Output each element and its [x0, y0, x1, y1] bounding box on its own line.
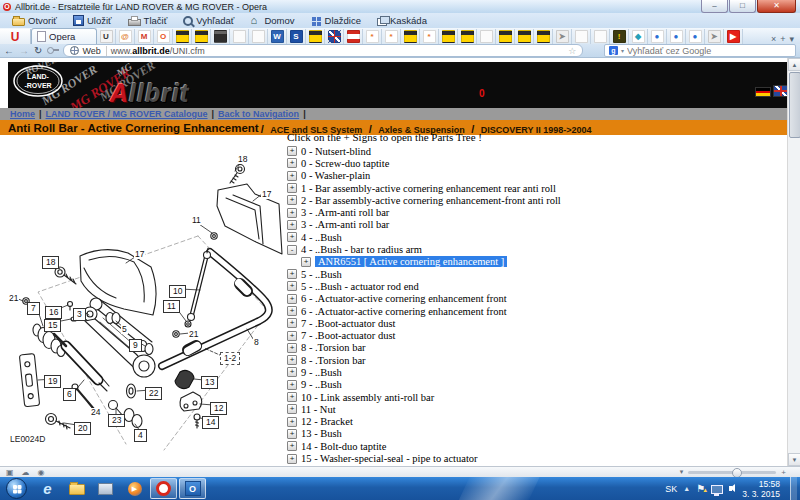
minimize-button[interactable]: –	[701, 0, 728, 13]
tree-item-label[interactable]: 7 - .Boot-actuator dust	[301, 330, 395, 341]
browser-tab[interactable]	[249, 29, 268, 44]
expand-toggle-icon[interactable]: +	[287, 429, 297, 439]
browser-tab[interactable]: M	[135, 29, 154, 44]
expand-toggle-icon[interactable]: +	[287, 269, 297, 279]
zoom-slider[interactable]	[688, 471, 776, 474]
tree-item-label[interactable]: 3 - .Arm-anti roll bar	[301, 219, 389, 230]
tree-item[interactable]: + 6 - .Actuator-active cornering enhance…	[287, 293, 783, 305]
zoom-control[interactable]: ▾ +	[680, 468, 794, 477]
tree-item-label[interactable]: 5 - ..Bush - actuator rod end	[301, 281, 419, 292]
uk-flag-icon[interactable]	[773, 85, 787, 97]
expand-toggle-icon[interactable]: +	[287, 404, 297, 414]
browser-tab[interactable]: S	[287, 29, 306, 44]
start-button[interactable]	[6, 478, 27, 499]
action-center-flag-icon[interactable]: ⚑▲	[696, 484, 705, 494]
scrollbar-thumb[interactable]	[789, 72, 800, 138]
tree-item[interactable]: + 9 - ..Bush	[287, 366, 783, 378]
tree-item[interactable]: + 14 - Bolt-duo taptite	[287, 440, 783, 452]
browser-tab[interactable]	[192, 29, 211, 44]
tree-item-label[interactable]: ANR6551 [ Active cornering enhancement ]	[315, 256, 507, 267]
tree-item[interactable]: + 10 - Link assembly anti-roll bar	[287, 391, 783, 403]
page-scrollbar[interactable]: ▲ ▼	[787, 58, 800, 466]
browser-tab[interactable]	[306, 29, 325, 44]
browser-tab[interactable]: *	[382, 29, 401, 44]
scroll-up-icon[interactable]: ▲	[788, 58, 800, 71]
tree-item[interactable]: + 0 - Nutsert-blind	[287, 145, 783, 157]
tree-item[interactable]: + 5 - ..Bush	[287, 268, 783, 280]
tree-item[interactable]: + 1 - Bar assembly-active cornering enha…	[287, 182, 783, 194]
taskbar-opera-button[interactable]	[150, 478, 177, 499]
tree-item[interactable]: + 15 - Washer-special-seal - pipe to act…	[287, 452, 783, 464]
taskbar-gadget-button[interactable]	[92, 478, 119, 499]
expand-toggle-icon[interactable]: +	[287, 195, 297, 205]
expand-toggle-icon[interactable]: +	[287, 318, 297, 328]
expand-toggle-icon[interactable]: +	[287, 220, 297, 230]
browser-tab[interactable]: ➤	[705, 29, 724, 44]
browser-tab[interactable]: ➤	[553, 29, 572, 44]
search-engine-chevron-icon[interactable]: ▾	[621, 47, 624, 54]
expand-toggle-icon[interactable]: +	[287, 208, 297, 218]
tree-item[interactable]: + 0 - Washer-plain	[287, 170, 783, 182]
browser-tab[interactable]: !	[610, 29, 629, 44]
speaker-icon[interactable]	[729, 486, 732, 491]
close-button[interactable]: ✕	[757, 0, 796, 13]
tree-item[interactable]: + ANR6551 [ Active cornering enhancement…	[287, 256, 783, 268]
tree-item-label[interactable]: 6 - .Actuator-active cornering enhanceme…	[301, 306, 507, 317]
capture-icon[interactable]: ◉	[38, 468, 45, 477]
toolbar-button[interactable]: Vyhľadať	[175, 13, 242, 28]
back-button[interactable]: ←	[4, 46, 14, 56]
nav-link[interactable]: Home	[10, 109, 35, 119]
german-flag-icon[interactable]	[755, 87, 771, 97]
hidden-icons-chevron-icon[interactable]: ▲	[683, 485, 690, 492]
tree-item-label[interactable]: 7 - .Boot-actuator dust	[301, 318, 395, 329]
tree-item-label[interactable]: 0 - Screw-duo taptite	[301, 158, 389, 169]
taskbar-ie-button[interactable]: e	[34, 478, 61, 499]
expand-toggle-icon[interactable]: -	[287, 245, 297, 255]
toolbar-button[interactable]: Uložiť	[65, 13, 120, 28]
taskbar-clock[interactable]: 15:58 3. 3. 2015	[742, 479, 784, 499]
tree-item[interactable]: + 12 - Bracket	[287, 416, 783, 428]
tree-item-label[interactable]: 0 - Nutsert-blind	[301, 146, 371, 157]
show-desktop-button[interactable]	[790, 477, 797, 500]
browser-tab[interactable]	[325, 29, 344, 44]
toolbar-button[interactable]: Dlaždice	[303, 13, 369, 28]
tree-item-label[interactable]: 1 - Bar assembly-active cornering enhanc…	[301, 183, 556, 194]
tree-item-label[interactable]: 0 - Washer-plain	[301, 170, 370, 181]
url-field[interactable]: Web www.allbrit.de/UNI.cfm ☆	[63, 44, 583, 57]
expand-toggle-icon[interactable]: +	[287, 343, 297, 353]
browser-tab[interactable]	[534, 29, 553, 44]
browser-tab[interactable]	[401, 29, 420, 44]
tree-item[interactable]: + 5 - ..Bush - actuator rod end	[287, 280, 783, 292]
tree-item-label[interactable]: 15 - Washer-special-seal - pipe to actua…	[301, 453, 478, 464]
tree-item-label[interactable]: 13 - Bush	[301, 428, 342, 439]
tree-item-label[interactable]: 4 - ..Bush	[301, 232, 342, 243]
nav-link[interactable]: LAND ROVER / MG ROVER Catalogue	[46, 109, 208, 119]
network-icon[interactable]	[711, 485, 723, 494]
toolbar-button[interactable]: Kaskáda	[369, 13, 435, 28]
browser-tab[interactable]	[439, 29, 458, 44]
tree-item-label[interactable]: 14 - Bolt-duo taptite	[301, 441, 386, 452]
scroll-down-icon[interactable]: ▼	[788, 453, 800, 466]
opera-menu-button[interactable]: U	[0, 29, 31, 44]
tree-item-label[interactable]: 6 - .Actuator-active cornering enhanceme…	[301, 293, 507, 304]
browser-tab[interactable]	[572, 29, 591, 44]
browser-tab[interactable]: U	[97, 29, 116, 44]
tree-item[interactable]: + 3 - .Arm-anti roll bar	[287, 206, 783, 218]
expand-toggle-icon[interactable]: +	[287, 355, 297, 365]
tree-item-label[interactable]: 8 - .Torsion bar	[301, 342, 366, 353]
new-tab-icon[interactable]: +	[780, 34, 785, 44]
taskbar-explorer-button[interactable]	[63, 478, 90, 499]
tree-item[interactable]: + 2 - Bar assembly-active cornering enha…	[287, 194, 783, 206]
tree-item-label[interactable]: 12 - Bracket	[301, 416, 353, 427]
browser-tab[interactable]: ◆	[629, 29, 648, 44]
tree-item-label[interactable]: 9 - ..Bush	[301, 367, 342, 378]
tree-item[interactable]: + 7 - .Boot-actuator dust	[287, 329, 783, 341]
tree-item[interactable]: + 0 - Screw-duo taptite	[287, 157, 783, 169]
expand-toggle-icon[interactable]: +	[287, 441, 297, 451]
browser-tab[interactable]	[515, 29, 534, 44]
browser-tab[interactable]: *	[420, 29, 439, 44]
browser-tab[interactable]	[173, 29, 192, 44]
active-tab[interactable]: Opera	[31, 28, 97, 44]
browser-tab[interactable]: ●	[686, 29, 705, 44]
tree-item[interactable]: + 9 - ..Bush	[287, 379, 783, 391]
